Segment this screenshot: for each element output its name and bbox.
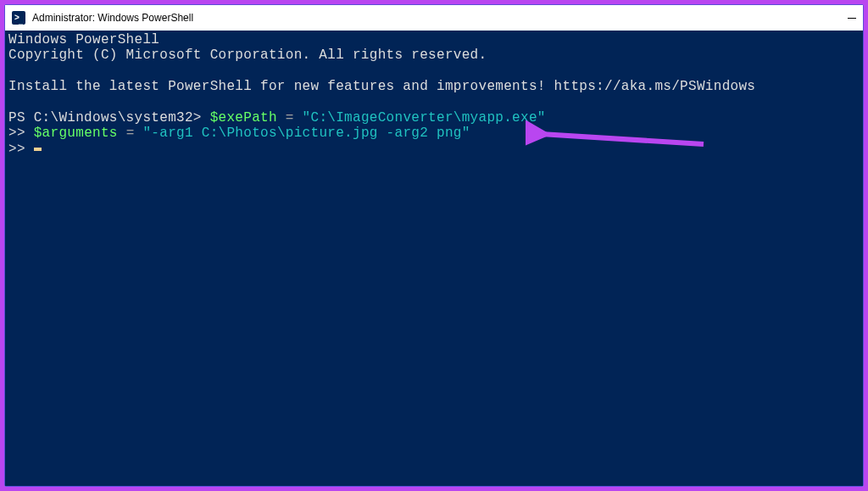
install-line: Install the latest PowerShell for new fe… (8, 79, 755, 94)
prompt-3-prefix: >> (8, 142, 34, 157)
equals-2: = (118, 126, 143, 141)
window-controls (848, 18, 856, 19)
terminal-area[interactable]: Windows PowerShell Copyright (C) Microso… (5, 31, 863, 486)
cursor (34, 148, 42, 151)
prompt-1-prefix: PS C:\Windows\system32> (8, 110, 210, 126)
powershell-icon (12, 11, 25, 25)
variable-exepath: $exePath (210, 110, 277, 126)
window-title: Administrator: Windows PowerShell (32, 12, 848, 24)
minimize-button[interactable] (848, 18, 856, 19)
prompt-2-prefix: >> (8, 126, 34, 141)
titlebar[interactable]: Administrator: Windows PowerShell (5, 5, 863, 31)
string-arguments-value: "-arg1 C:\Photos\picture.jpg -arg2 png" (142, 126, 470, 141)
header-line-2: Copyright (C) Microsoft Corporation. All… (8, 47, 487, 63)
powershell-window: Administrator: Windows PowerShell Window… (4, 4, 864, 487)
header-line-1: Windows PowerShell (8, 32, 159, 47)
variable-arguments: $arguments (34, 126, 118, 141)
equals-1: = (277, 110, 303, 126)
string-exepath-value: "C:\ImageConverter\myapp.exe" (303, 110, 546, 126)
